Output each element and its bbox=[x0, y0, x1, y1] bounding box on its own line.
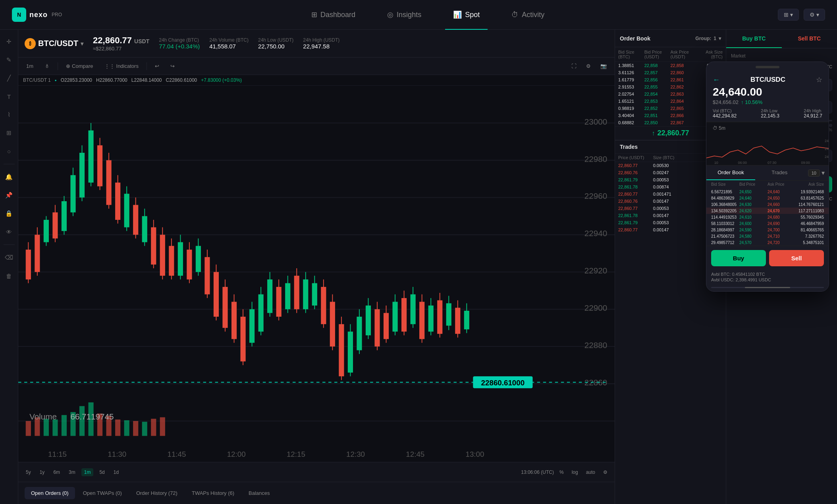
stat-high: 24h High (USDT) 22,947.58 bbox=[303, 37, 339, 50]
tf-1y[interactable]: 1y bbox=[37, 468, 48, 476]
indicators-btn[interactable]: ⋮⋮ Indicators bbox=[101, 62, 142, 71]
indicators-icon: ⋮⋮ bbox=[104, 63, 115, 69]
logo-pro: PRO bbox=[52, 12, 62, 17]
dot-icon: ● bbox=[55, 79, 57, 82]
tab-twaps-history[interactable]: TWAPs History (6) bbox=[185, 487, 241, 499]
mob-stat-high: 24h High 24,912.7 bbox=[804, 108, 822, 119]
price-value: 22,860.77 bbox=[93, 35, 132, 45]
nav-items: ⊞ Dashboard ◎ Insights 📊 Spot ⏱ Activity bbox=[78, 0, 778, 30]
mob-stat-low: 24h Low 22,145.3 bbox=[761, 108, 779, 119]
slider-dot-100[interactable] bbox=[829, 124, 832, 127]
mob-ob-row: 28.1868499724,59024,70081.40665765 bbox=[706, 227, 829, 233]
mob-tab-orderbook[interactable]: Order Book bbox=[706, 165, 755, 180]
svg-text:12:30: 12:30 bbox=[346, 450, 365, 458]
mob-count-chevron[interactable]: ▾ bbox=[822, 169, 825, 177]
tab-balances[interactable]: Balances bbox=[242, 487, 276, 499]
mob-price-usd: $24,656.02 bbox=[713, 99, 739, 105]
mob-ob-row: 84.4863982924,64024,65063.81457625 bbox=[706, 195, 829, 201]
svg-text:24600: 24600 bbox=[825, 147, 829, 151]
eye-icon[interactable]: 👁 bbox=[4, 226, 15, 237]
mob-ob-row: 114.4491925324,61024,68055.76029345 bbox=[706, 214, 829, 220]
logo[interactable]: N nexo PRO bbox=[12, 8, 62, 22]
stat-low: 24h Low (USDT) 22,750.00 bbox=[258, 37, 293, 50]
tf-3m[interactable]: 3m bbox=[66, 468, 78, 476]
mob-tab-trades[interactable]: Trades bbox=[755, 165, 804, 180]
mob-pair: BTC/USDC bbox=[750, 76, 785, 84]
tf-5d[interactable]: 5d bbox=[96, 468, 107, 476]
nav-insights[interactable]: ◎ Insights bbox=[371, 0, 437, 30]
text-icon[interactable]: T bbox=[4, 91, 15, 102]
group-control[interactable]: Group: 1 ▾ bbox=[695, 36, 721, 41]
trades-col-price: Price (USDT) bbox=[618, 155, 653, 160]
svg-text:23000: 23000 bbox=[584, 117, 607, 126]
tab-buy-btc[interactable]: Buy BTC bbox=[726, 30, 782, 48]
nav-activity[interactable]: ⏱ Activity bbox=[496, 0, 560, 30]
orderbook-header: Order Book Group: 1 ▾ bbox=[615, 30, 726, 47]
volume-label: 24h Volume (BTC) bbox=[209, 37, 249, 43]
mob-star-btn[interactable]: ☆ bbox=[816, 75, 822, 84]
display-settings-btn[interactable]: ⊞ ▾ bbox=[778, 9, 799, 21]
crosshair-icon[interactable]: ✛ bbox=[4, 36, 15, 47]
mob-vol-val: 442,294.82 bbox=[713, 113, 737, 119]
note-icon[interactable]: 📌 bbox=[4, 190, 15, 201]
fullscreen-btn[interactable]: ⛶ bbox=[568, 62, 580, 71]
mob-ob-row: 134.5039220524,62024,670117.27111083 bbox=[706, 208, 829, 214]
tf-1d[interactable]: 1d bbox=[111, 468, 122, 476]
settings-icon[interactable]: ⚙ bbox=[583, 62, 594, 71]
svg-text:11:15: 11:15 bbox=[48, 450, 67, 458]
svg-rect-120 bbox=[26, 421, 31, 436]
redo-btn[interactable]: ↪ bbox=[167, 62, 178, 71]
percent-toggle[interactable]: % bbox=[557, 469, 566, 476]
mob-high-label: 24h High bbox=[804, 108, 822, 113]
tab-open-twaps[interactable]: Open TWAPs (0) bbox=[77, 487, 128, 499]
svg-text:66.7119745: 66.7119745 bbox=[70, 412, 114, 421]
svg-rect-124 bbox=[62, 415, 67, 436]
mob-high-val: 24,912.7 bbox=[804, 113, 822, 119]
mob-buy-label: Buy bbox=[733, 255, 744, 262]
nexo-logo-icon: N bbox=[12, 8, 26, 22]
log-toggle[interactable]: log bbox=[569, 469, 580, 476]
mob-vol-label: Vol (BTC) bbox=[713, 108, 737, 113]
fibonacci-icon[interactable]: ⌇ bbox=[4, 109, 15, 120]
mob-mini-chart: ⏱ 5m 24700 24600 24500 10 06:00 07:30 09… bbox=[706, 122, 829, 165]
timeframe-1m[interactable]: 1m bbox=[23, 62, 37, 71]
eraser-icon[interactable]: ⌫ bbox=[4, 252, 15, 263]
tf-1m[interactable]: 1m bbox=[81, 468, 94, 476]
compare-btn[interactable]: ⊕ Compare bbox=[63, 62, 96, 71]
sidebar-divider-1 bbox=[4, 164, 15, 164]
chart-body[interactable]: 23000 22980 22960 22940 22920 22900 2288… bbox=[18, 86, 615, 462]
chart-type-btn[interactable]: 🕯 bbox=[41, 62, 53, 71]
trash-icon[interactable]: 🗑 bbox=[4, 270, 15, 281]
screenshot-btn[interactable]: 📷 bbox=[597, 62, 610, 71]
tab-order-history[interactable]: Order History (72) bbox=[130, 487, 184, 499]
settings-chart-btn[interactable]: ⚙ bbox=[601, 469, 610, 476]
lock-icon[interactable]: 🔒 bbox=[4, 208, 15, 219]
gear-btn[interactable]: ⚙ ▾ bbox=[804, 9, 825, 21]
nav-dashboard[interactable]: ⊞ Dashboard bbox=[295, 0, 371, 30]
pencil-icon[interactable]: ✎ bbox=[4, 54, 15, 65]
mob-buy-button[interactable]: Buy bbox=[711, 250, 766, 266]
pair-selector[interactable]: ₿ BTC/USDT ▾ bbox=[25, 38, 83, 49]
undo-btn[interactable]: ↩ bbox=[152, 62, 162, 71]
pattern-icon[interactable]: ⊞ bbox=[4, 127, 15, 139]
line-icon[interactable]: ╱ bbox=[4, 73, 15, 84]
mob-header: ← BTC/USDC ☆ bbox=[706, 72, 829, 86]
high-value: 22,947.58 bbox=[303, 43, 339, 50]
tab-sell-btc[interactable]: Sell BTC bbox=[782, 30, 837, 48]
stat-volume: 24h Volume (BTC) 41,558.07 bbox=[209, 37, 249, 50]
col-ask-price: Ask Price(USDT) bbox=[671, 50, 697, 59]
tf-6m[interactable]: 6m bbox=[50, 468, 63, 476]
mob-timeframe: ⏱ 5m bbox=[706, 122, 829, 134]
alert-icon[interactable]: 🔔 bbox=[4, 171, 15, 183]
tab-open-orders[interactable]: Open Orders (0) bbox=[25, 487, 75, 499]
nav-spot[interactable]: 📊 Spot bbox=[437, 0, 496, 30]
mob-sell-button[interactable]: Sell bbox=[769, 250, 824, 266]
mob-back-btn[interactable]: ← bbox=[713, 76, 720, 84]
order-type-row: Market bbox=[731, 53, 832, 59]
tf-5y[interactable]: 5y bbox=[23, 468, 34, 476]
mob-count-badge[interactable]: 10 bbox=[808, 169, 820, 177]
auto-toggle[interactable]: auto bbox=[584, 469, 598, 476]
orderbook-title: Order Book bbox=[620, 35, 650, 42]
measure-icon[interactable]: ○ bbox=[4, 146, 15, 157]
svg-text:22940: 22940 bbox=[584, 229, 607, 238]
